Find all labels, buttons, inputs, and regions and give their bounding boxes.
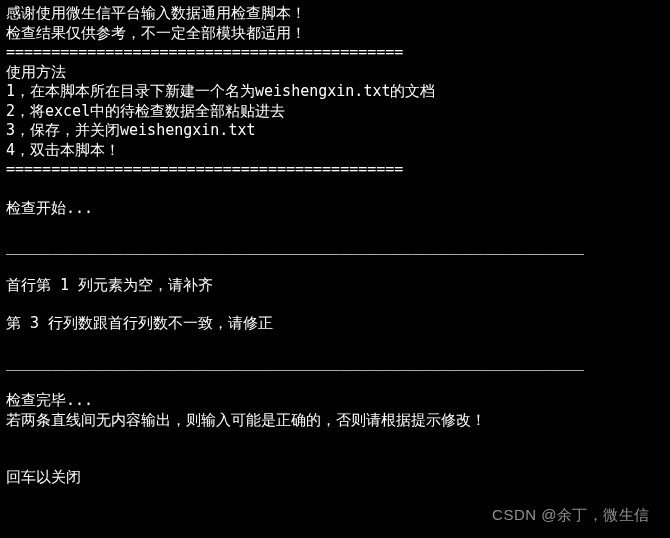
output-line: ________________________________________… [6,353,664,373]
output-line: 第 3 行列数跟首行列数不一致，请修正 [6,314,664,334]
output-line: 回车以关闭 [6,468,664,488]
terminal-output: 感谢使用微生信平台输入数据通用检查脚本！ 检查结果仅供参考，不一定全部模块都适用… [6,4,664,488]
output-line: 首行第 1 列元素为空，请补齐 [6,276,664,296]
output-line [6,430,664,449]
output-line: 1，在本脚本所在目录下新建一个名为weishengxin.txt的文档 [6,82,664,102]
output-line [6,218,664,237]
output-line: 4，双击本脚本！ [6,141,664,161]
output-line: 使用方法 [6,63,664,83]
output-line: 3，保存，并关闭weishengxin.txt [6,121,664,141]
output-line [6,180,664,199]
output-line [6,257,664,276]
output-line: 若两条直线间无内容输出，则输入可能是正确的，否则请根据提示修改！ [6,411,664,431]
output-line [6,449,664,468]
output-line: 检查结果仅供参考，不一定全部模块都适用！ [6,24,664,44]
output-line [6,334,664,353]
output-line: 2，将excel中的待检查数据全部粘贴进去 [6,102,664,122]
output-line: 检查开始... [6,199,664,219]
csdn-watermark: CSDN @余丁，微生信 [492,505,650,525]
output-line: ========================================… [6,43,664,63]
output-line: 检查完毕... [6,391,664,411]
output-line: ========================================… [6,160,664,180]
output-line [6,372,664,391]
output-line: 感谢使用微生信平台输入数据通用检查脚本！ [6,4,664,24]
output-line [6,295,664,314]
output-line: ________________________________________… [6,237,664,257]
